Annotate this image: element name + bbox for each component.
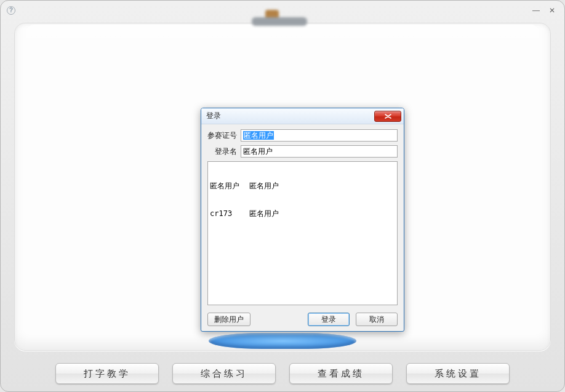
row-contest-id: 参赛证号 匿名用户	[207, 129, 398, 142]
login-dialog: 登录 参赛证号 匿名用户 登录名 匿名用户	[201, 108, 404, 332]
nav-typing-teach[interactable]: 打字教学	[55, 363, 159, 384]
nav-view-scores[interactable]: 查看成绩	[289, 363, 393, 384]
close-x-icon	[385, 114, 391, 119]
list-item[interactable]: 匿名用户 匿名用户	[210, 182, 395, 191]
list-col2: 匿名用户	[249, 209, 279, 218]
nav-comprehensive-practice[interactable]: 综合练习	[172, 363, 276, 384]
label-contest-id: 参赛证号	[207, 130, 237, 141]
row-login-name: 登录名 匿名用户	[207, 145, 398, 158]
delete-user-button[interactable]: 删除用户	[207, 313, 250, 326]
dialog-buttons: 删除用户 登录 取消	[207, 313, 398, 326]
list-col1: 匿名用户	[210, 182, 249, 191]
panel-blue-slot	[209, 333, 356, 349]
cancel-button[interactable]: 取消	[356, 313, 398, 326]
input-contest-id[interactable]: 匿名用户	[241, 129, 398, 142]
minimize-icon[interactable]: —	[530, 6, 542, 15]
help-icon[interactable]: ?	[7, 6, 15, 15]
dialog-body: 参赛证号 匿名用户 登录名 匿名用户 匿名用户 匿名用户 cr173 匿名用户	[201, 124, 404, 331]
dialog-close-button[interactable]	[374, 111, 401, 122]
nav-system-settings[interactable]: 系统设置	[406, 363, 510, 384]
window-controls: — ✕	[530, 6, 558, 15]
list-col1: cr173	[210, 209, 249, 218]
binder-clip-decoration	[252, 10, 307, 28]
close-icon[interactable]: ✕	[546, 6, 558, 15]
app-window: ? — ✕ 打字教学 综合练习 查看成绩 系统设置 登录 参赛证号	[0, 0, 565, 392]
input-contest-id-value: 匿名用户	[243, 131, 274, 140]
bottom-nav: 打字教学 综合练习 查看成绩 系统设置	[1, 363, 564, 384]
list-item[interactable]: cr173 匿名用户	[210, 209, 395, 218]
dialog-titlebar[interactable]: 登录	[201, 108, 404, 124]
input-login-name-value: 匿名用户	[243, 147, 273, 156]
dialog-title: 登录	[206, 111, 221, 121]
login-button[interactable]: 登录	[308, 313, 350, 326]
label-login-name: 登录名	[207, 146, 237, 157]
list-col2: 匿名用户	[249, 182, 279, 191]
user-listbox[interactable]: 匿名用户 匿名用户 cr173 匿名用户	[207, 161, 398, 305]
input-login-name[interactable]: 匿名用户	[241, 145, 398, 158]
